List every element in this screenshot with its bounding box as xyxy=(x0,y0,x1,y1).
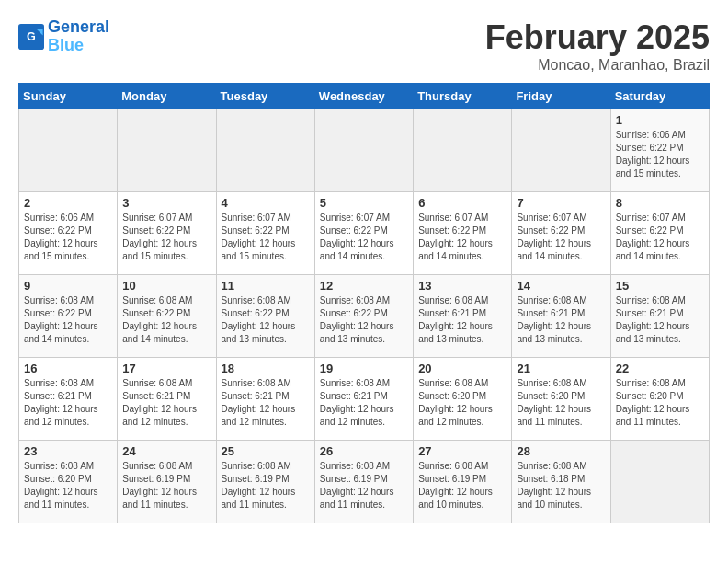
week-row-1: 1Sunrise: 6:06 AM Sunset: 6:22 PM Daylig… xyxy=(19,109,710,192)
day-info: Sunrise: 6:08 AM Sunset: 6:19 PM Dayligh… xyxy=(222,460,310,511)
day-number: 24 xyxy=(122,444,210,458)
day-number: 22 xyxy=(616,362,704,375)
day-info: Sunrise: 6:08 AM Sunset: 6:21 PM Dayligh… xyxy=(320,377,408,429)
day-info: Sunrise: 6:07 AM Sunset: 6:22 PM Dayligh… xyxy=(418,212,506,263)
day-info: Sunrise: 6:08 AM Sunset: 6:21 PM Dayligh… xyxy=(24,377,112,429)
calendar-cell: 8Sunrise: 6:07 AM Sunset: 6:22 PM Daylig… xyxy=(610,192,709,275)
page-header: G General Blue February 2025 Moncao, Mar… xyxy=(18,18,710,74)
day-info: Sunrise: 6:08 AM Sunset: 6:20 PM Dayligh… xyxy=(616,377,704,429)
calendar-cell: 16Sunrise: 6:08 AM Sunset: 6:21 PM Dayli… xyxy=(19,358,118,441)
calendar-cell: 23Sunrise: 6:08 AM Sunset: 6:20 PM Dayli… xyxy=(19,441,118,523)
day-info: Sunrise: 6:08 AM Sunset: 6:21 PM Dayligh… xyxy=(122,377,210,429)
week-row-4: 16Sunrise: 6:08 AM Sunset: 6:21 PM Dayli… xyxy=(19,358,710,441)
calendar-cell: 4Sunrise: 6:07 AM Sunset: 6:22 PM Daylig… xyxy=(216,192,314,275)
day-header-thursday: Thursday xyxy=(414,84,512,109)
logo-icon: G xyxy=(18,24,44,50)
calendar-cell: 13Sunrise: 6:08 AM Sunset: 6:21 PM Dayli… xyxy=(414,275,512,358)
day-info: Sunrise: 6:07 AM Sunset: 6:22 PM Dayligh… xyxy=(320,212,408,263)
day-number: 10 xyxy=(122,279,210,293)
calendar-cell: 3Sunrise: 6:07 AM Sunset: 6:22 PM Daylig… xyxy=(118,192,216,275)
calendar-cell: 19Sunrise: 6:08 AM Sunset: 6:21 PM Dayli… xyxy=(314,358,413,441)
calendar-cell: 18Sunrise: 6:08 AM Sunset: 6:21 PM Dayli… xyxy=(216,358,314,441)
day-number: 17 xyxy=(122,362,210,375)
day-number: 3 xyxy=(122,196,210,210)
day-number: 27 xyxy=(418,444,506,458)
calendar-cell: 2Sunrise: 6:06 AM Sunset: 6:22 PM Daylig… xyxy=(19,192,118,275)
svg-text:G: G xyxy=(27,30,36,43)
day-info: Sunrise: 6:08 AM Sunset: 6:19 PM Dayligh… xyxy=(320,460,408,511)
calendar-cell: 15Sunrise: 6:08 AM Sunset: 6:21 PM Dayli… xyxy=(610,275,709,358)
logo-general: General xyxy=(48,17,109,36)
day-info: Sunrise: 6:08 AM Sunset: 6:22 PM Dayligh… xyxy=(222,294,310,346)
day-info: Sunrise: 6:08 AM Sunset: 6:19 PM Dayligh… xyxy=(122,460,210,511)
day-header-tuesday: Tuesday xyxy=(216,84,314,109)
day-number: 21 xyxy=(517,362,605,375)
logo-blue: Blue xyxy=(48,36,84,54)
calendar-cell xyxy=(118,109,216,192)
day-header-monday: Monday xyxy=(118,84,216,109)
calendar-cell xyxy=(216,109,314,192)
calendar-cell: 27Sunrise: 6:08 AM Sunset: 6:19 PM Dayli… xyxy=(414,441,512,523)
calendar-cell: 28Sunrise: 6:08 AM Sunset: 6:18 PM Dayli… xyxy=(512,441,610,523)
day-number: 7 xyxy=(517,196,605,210)
calendar-cell xyxy=(19,109,118,192)
day-number: 16 xyxy=(24,362,112,375)
week-row-5: 23Sunrise: 6:08 AM Sunset: 6:20 PM Dayli… xyxy=(19,441,710,523)
day-info: Sunrise: 6:07 AM Sunset: 6:22 PM Dayligh… xyxy=(122,212,210,263)
day-number: 18 xyxy=(222,362,310,375)
day-number: 5 xyxy=(320,196,408,210)
day-number: 9 xyxy=(24,279,112,293)
calendar-cell: 20Sunrise: 6:08 AM Sunset: 6:20 PM Dayli… xyxy=(414,358,512,441)
day-info: Sunrise: 6:08 AM Sunset: 6:21 PM Dayligh… xyxy=(222,377,310,429)
calendar-cell xyxy=(414,109,512,192)
day-info: Sunrise: 6:08 AM Sunset: 6:20 PM Dayligh… xyxy=(418,377,506,429)
calendar-cell: 14Sunrise: 6:08 AM Sunset: 6:21 PM Dayli… xyxy=(512,275,610,358)
calendar-cell: 22Sunrise: 6:08 AM Sunset: 6:20 PM Dayli… xyxy=(610,358,709,441)
day-info: Sunrise: 6:06 AM Sunset: 6:22 PM Dayligh… xyxy=(616,129,704,180)
calendar-table: SundayMondayTuesdayWednesdayThursdayFrid… xyxy=(18,83,710,523)
day-info: Sunrise: 6:07 AM Sunset: 6:22 PM Dayligh… xyxy=(616,212,704,263)
day-number: 8 xyxy=(616,196,704,210)
day-header-sunday: Sunday xyxy=(19,84,118,109)
logo: G General Blue xyxy=(18,18,109,55)
calendar-title: February 2025 xyxy=(485,18,710,57)
day-number: 4 xyxy=(222,196,310,210)
calendar-body: 1Sunrise: 6:06 AM Sunset: 6:22 PM Daylig… xyxy=(19,109,710,523)
day-info: Sunrise: 6:08 AM Sunset: 6:22 PM Dayligh… xyxy=(24,294,112,346)
week-row-2: 2Sunrise: 6:06 AM Sunset: 6:22 PM Daylig… xyxy=(19,192,710,275)
calendar-cell: 17Sunrise: 6:08 AM Sunset: 6:21 PM Dayli… xyxy=(118,358,216,441)
calendar-cell: 21Sunrise: 6:08 AM Sunset: 6:20 PM Dayli… xyxy=(512,358,610,441)
calendar-cell: 25Sunrise: 6:08 AM Sunset: 6:19 PM Dayli… xyxy=(216,441,314,523)
calendar-cell xyxy=(314,109,413,192)
week-row-3: 9Sunrise: 6:08 AM Sunset: 6:22 PM Daylig… xyxy=(19,275,710,358)
day-header-saturday: Saturday xyxy=(610,84,709,109)
title-block: February 2025 Moncao, Maranhao, Brazil xyxy=(485,18,710,74)
day-info: Sunrise: 6:08 AM Sunset: 6:22 PM Dayligh… xyxy=(122,294,210,346)
day-number: 15 xyxy=(616,279,704,293)
day-info: Sunrise: 6:08 AM Sunset: 6:20 PM Dayligh… xyxy=(24,460,112,511)
calendar-subtitle: Moncao, Maranhao, Brazil xyxy=(485,57,710,74)
day-info: Sunrise: 6:08 AM Sunset: 6:19 PM Dayligh… xyxy=(418,460,506,511)
day-number: 1 xyxy=(616,113,704,127)
day-header-friday: Friday xyxy=(512,84,610,109)
calendar-cell: 6Sunrise: 6:07 AM Sunset: 6:22 PM Daylig… xyxy=(414,192,512,275)
calendar-header-row: SundayMondayTuesdayWednesdayThursdayFrid… xyxy=(19,84,710,109)
day-info: Sunrise: 6:07 AM Sunset: 6:22 PM Dayligh… xyxy=(517,212,605,263)
day-number: 2 xyxy=(24,196,112,210)
day-info: Sunrise: 6:08 AM Sunset: 6:21 PM Dayligh… xyxy=(616,294,704,346)
calendar-cell xyxy=(610,441,709,523)
day-info: Sunrise: 6:07 AM Sunset: 6:22 PM Dayligh… xyxy=(222,212,310,263)
day-number: 25 xyxy=(222,444,310,458)
day-number: 14 xyxy=(517,279,605,293)
calendar-cell: 1Sunrise: 6:06 AM Sunset: 6:22 PM Daylig… xyxy=(610,109,709,192)
day-info: Sunrise: 6:08 AM Sunset: 6:20 PM Dayligh… xyxy=(517,377,605,429)
day-info: Sunrise: 6:08 AM Sunset: 6:18 PM Dayligh… xyxy=(517,460,605,511)
day-info: Sunrise: 6:08 AM Sunset: 6:21 PM Dayligh… xyxy=(517,294,605,346)
calendar-cell: 26Sunrise: 6:08 AM Sunset: 6:19 PM Dayli… xyxy=(314,441,413,523)
calendar-cell: 7Sunrise: 6:07 AM Sunset: 6:22 PM Daylig… xyxy=(512,192,610,275)
calendar-cell: 11Sunrise: 6:08 AM Sunset: 6:22 PM Dayli… xyxy=(216,275,314,358)
day-info: Sunrise: 6:08 AM Sunset: 6:21 PM Dayligh… xyxy=(418,294,506,346)
day-number: 11 xyxy=(222,279,310,293)
calendar-cell: 9Sunrise: 6:08 AM Sunset: 6:22 PM Daylig… xyxy=(19,275,118,358)
calendar-cell: 12Sunrise: 6:08 AM Sunset: 6:22 PM Dayli… xyxy=(314,275,413,358)
